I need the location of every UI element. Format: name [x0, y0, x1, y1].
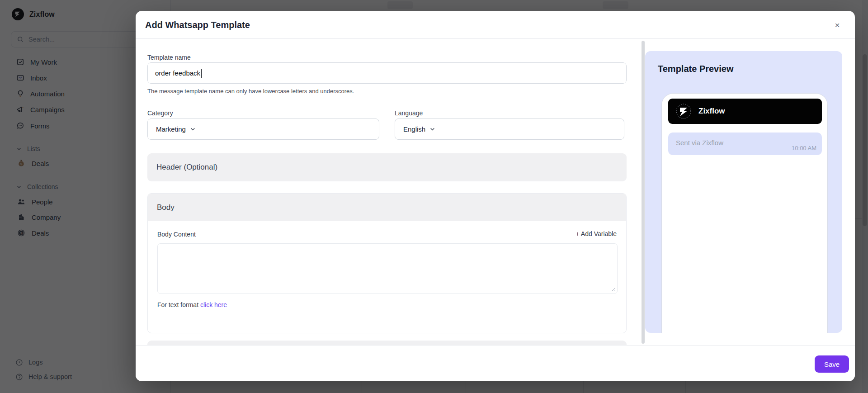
modal-title: Add Whatsapp Template [145, 11, 250, 39]
category-select[interactable]: Marketing [147, 118, 379, 140]
template-preview-panel: Template Preview Zixflow Sent via Zixflo… [645, 51, 842, 333]
template-name-helper: The message template name can only have … [147, 88, 354, 95]
phone-header: Zixflow [668, 99, 822, 124]
body-section-bar: Body [148, 194, 626, 221]
format-click-here-link[interactable]: click here [200, 301, 227, 308]
modal-header: Add Whatsapp Template × [136, 11, 855, 39]
phone-brand-name: Zixflow [698, 107, 725, 116]
category-label: Category [147, 109, 173, 117]
header-section-bar[interactable]: Header (Optional) [147, 153, 627, 181]
format-hint-text: For text format [157, 301, 198, 308]
save-button[interactable]: Save [815, 355, 849, 373]
chevron-down-icon [429, 126, 435, 132]
template-name-input[interactable]: order feedback [147, 62, 627, 84]
preview-message-time: 10:00 AM [792, 145, 816, 152]
chevron-down-icon [190, 126, 196, 132]
modal-footer: Save [136, 345, 855, 381]
zixflow-logo-icon [675, 103, 692, 119]
modal-scrollbar-thumb[interactable] [642, 41, 645, 344]
format-hint: For text format click here [157, 301, 227, 308]
language-value: English [403, 125, 425, 133]
language-select[interactable]: English [395, 118, 624, 140]
text-caret [201, 69, 202, 78]
template-name-value: order feedback [155, 69, 200, 77]
body-content-textarea[interactable] [157, 243, 618, 294]
preview-message-bubble: Sent via Zixflow 10:00 AM [668, 133, 822, 155]
body-content-label: Body Content [157, 231, 196, 238]
screen: Zixflow My Work Inbox Automation [0, 0, 868, 393]
category-value: Marketing [156, 125, 186, 133]
preview-title: Template Preview [658, 64, 733, 74]
body-section-card: Body Body Content + Add Variable For tex… [147, 193, 627, 333]
template-name-label: Template name [147, 54, 191, 61]
language-label: Language [395, 109, 423, 117]
phone-mockup: Zixflow Sent via Zixflow 10:00 AM [661, 93, 828, 333]
add-variable-button[interactable]: + Add Variable [576, 230, 617, 237]
close-icon[interactable]: × [831, 19, 843, 31]
add-whatsapp-template-modal: Add Whatsapp Template × Template name or… [136, 11, 855, 381]
preview-message-text: Sent via Zixflow [676, 139, 723, 147]
section-separator [147, 187, 627, 187]
